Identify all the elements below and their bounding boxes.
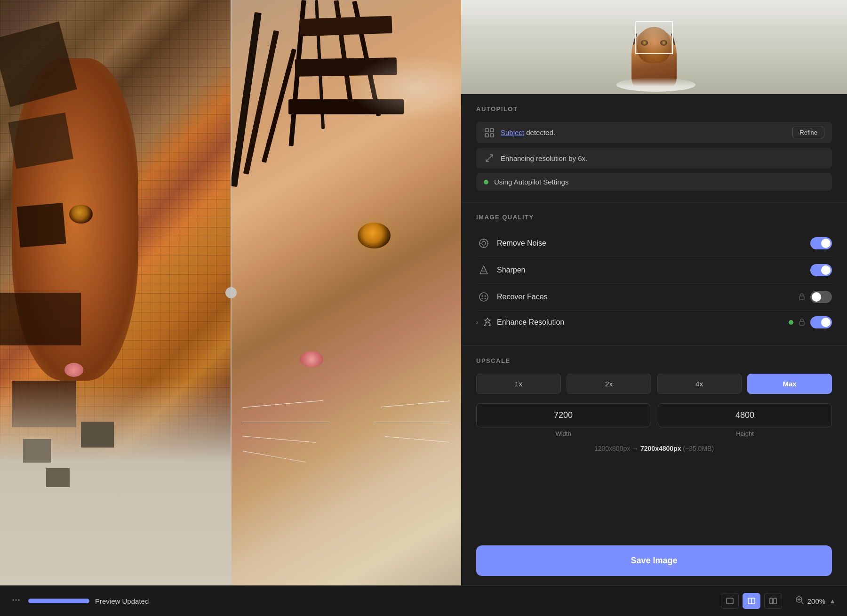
zoom-up-icon[interactable]: ▲ — [829, 597, 836, 605]
recover-faces-label: Recover Faces — [497, 293, 798, 301]
preview-status-text: Preview Updated — [95, 597, 149, 605]
stripe-4 — [0, 293, 81, 345]
remove-noise-row: Remove Noise — [476, 230, 832, 257]
side-panel: AUTOPILOT Subject detected. Refine — [461, 0, 847, 585]
dimension-inputs: Width Height — [476, 403, 832, 437]
sharpen-icon — [476, 263, 491, 278]
pixel-block-3 — [81, 422, 114, 448]
upscale-4x-button[interactable]: 4x — [657, 374, 742, 394]
remove-noise-label: Remove Noise — [497, 239, 810, 248]
preview-area — [0, 0, 461, 585]
svg-rect-3 — [490, 134, 494, 137]
progress-bar-fill — [28, 599, 89, 603]
enhance-resolution-toggle[interactable] — [810, 316, 832, 328]
snow-overlay — [231, 0, 461, 585]
pixel-block-1 — [23, 439, 51, 463]
svg-rect-17 — [770, 598, 773, 604]
svg-point-12 — [16, 599, 17, 600]
expand-icon — [484, 152, 495, 164]
menu-icon[interactable] — [11, 595, 21, 607]
settings-text: Using Autopilot Settings — [494, 178, 824, 186]
tiger-details-right — [231, 0, 461, 585]
sharpen-row: Sharpen — [476, 257, 832, 284]
preview-badge: Preview Updated — [28, 597, 149, 605]
svg-rect-9 — [799, 296, 804, 300]
enhance-resolution-label: Enhance Resolution — [497, 318, 789, 327]
upscale-max-button[interactable]: Max — [747, 374, 832, 394]
upscale-1x-button[interactable]: 1x — [476, 374, 561, 394]
width-input[interactable] — [476, 403, 650, 427]
save-button[interactable]: Save Image — [476, 545, 832, 576]
thumbnail-selection-frame — [635, 21, 673, 54]
bottom-toolbar: Preview Updated — [0, 585, 847, 616]
enhance-resolution-icon — [482, 317, 493, 328]
single-view-button[interactable] — [721, 593, 739, 609]
recover-faces-controls — [798, 291, 832, 303]
svg-point-11 — [13, 599, 14, 600]
recover-faces-row: Recover Faces — [476, 284, 832, 311]
remove-noise-icon — [476, 236, 491, 251]
autopilot-title: AUTOPILOT — [476, 105, 832, 112]
sharpen-label: Sharpen — [497, 266, 810, 274]
subject-icon — [484, 127, 495, 138]
lock-icon-enhance — [798, 318, 806, 327]
main-layout: AUTOPILOT Subject detected. Refine — [0, 0, 847, 585]
sharpen-controls — [810, 264, 832, 276]
autopilot-subject-row: Subject detected. Refine — [476, 122, 832, 143]
dual-view-button[interactable] — [764, 593, 782, 609]
svg-point-7 — [482, 296, 483, 297]
enhance-resolution-controls — [789, 316, 832, 328]
res-to: 7200x4800px — [640, 445, 681, 452]
split-view-button[interactable] — [743, 593, 760, 609]
chevron-right-icon[interactable]: › — [476, 319, 478, 326]
res-size: (~35.0MB) — [683, 445, 714, 452]
svg-rect-18 — [774, 598, 776, 604]
image-right-after — [231, 0, 461, 585]
svg-rect-14 — [727, 598, 733, 604]
res-arrow: → — [632, 445, 639, 452]
svg-point-13 — [18, 599, 20, 600]
svg-rect-10 — [799, 321, 804, 325]
split-image-container — [0, 0, 461, 585]
recover-faces-icon — [476, 289, 491, 304]
split-divider[interactable] — [231, 0, 232, 585]
autopilot-subject-text: Subject detected. — [501, 128, 787, 136]
image-left-before — [0, 0, 231, 585]
svg-point-5 — [482, 241, 486, 245]
upscale-section: UPSCALE 1x 2x 4x Max Width Height — [461, 346, 847, 464]
autopilot-section: AUTOPILOT Subject detected. Refine — [461, 94, 847, 202]
view-controls — [721, 593, 782, 609]
svg-point-8 — [485, 296, 486, 297]
zoom-control: 200% ▲ — [795, 596, 836, 606]
stripe-2 — [8, 112, 73, 168]
subject-link[interactable]: Subject — [501, 128, 524, 136]
lower-fur — [0, 381, 231, 585]
upscale-2x-button[interactable]: 2x — [567, 374, 651, 394]
svg-rect-0 — [485, 128, 488, 132]
enhance-resolution-row: › Enhance Resolution — [476, 311, 832, 334]
split-handle[interactable] — [225, 287, 237, 298]
detected-text: detected. — [524, 128, 555, 136]
zoom-level-text: 200% — [807, 597, 825, 605]
remove-noise-controls — [810, 237, 832, 249]
remove-noise-toggle[interactable] — [810, 237, 832, 249]
refine-button[interactable]: Refine — [792, 127, 824, 138]
zoom-icon — [795, 596, 804, 606]
save-section: Save Image — [461, 536, 847, 585]
autopilot-enhancing-row: Enhancing resolution by 6x. — [476, 148, 832, 168]
svg-rect-1 — [490, 128, 494, 132]
lock-icon-recover — [798, 293, 806, 302]
recover-faces-toggle[interactable] — [810, 291, 832, 303]
autopilot-settings-row: Using Autopilot Settings — [476, 173, 832, 191]
width-group: Width — [476, 403, 650, 437]
svg-point-6 — [479, 293, 488, 301]
enhancing-text: Enhancing resolution by 6x. — [501, 154, 824, 162]
progress-bar-container — [28, 599, 89, 603]
pixel-block-2 — [46, 468, 70, 487]
height-input[interactable] — [658, 403, 832, 427]
tiger-thumb-snow — [616, 78, 695, 92]
upscale-title: UPSCALE — [476, 357, 832, 364]
pixelated-tiger-left — [0, 0, 231, 585]
sharpen-toggle[interactable] — [810, 264, 832, 276]
svg-line-20 — [801, 602, 803, 604]
